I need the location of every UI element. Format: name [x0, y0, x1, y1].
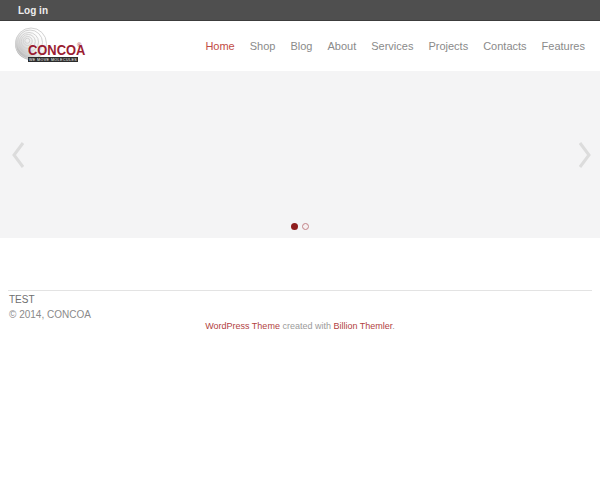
- chevron-right-icon: [578, 141, 591, 169]
- main-nav: Home Shop Blog About Services Projects C…: [205, 21, 585, 71]
- nav-item-home[interactable]: Home: [205, 40, 234, 52]
- slider-prev-button[interactable]: [12, 141, 25, 169]
- site-header: CONCOA ® WE MOVE MOLECULES Home Shop Blo…: [0, 21, 600, 71]
- theme-credit: WordPress Theme created with Billion The…: [0, 321, 600, 331]
- topbar: Log in: [0, 0, 600, 21]
- credit-middle-text: created with: [280, 321, 334, 331]
- slider-dot-2[interactable]: [302, 223, 309, 230]
- logo-tagline-text: WE MOVE MOLECULES: [28, 57, 77, 61]
- copyright-text: © 2014, CONCOA: [9, 309, 600, 320]
- nav-item-projects[interactable]: Projects: [428, 40, 468, 52]
- nav-item-shop[interactable]: Shop: [250, 40, 276, 52]
- slider-next-button[interactable]: [578, 141, 591, 169]
- logo-tagline: WE MOVE MOLECULES: [28, 57, 78, 62]
- site-logo[interactable]: CONCOA ® WE MOVE MOLECULES: [8, 27, 88, 67]
- nav-item-about[interactable]: About: [327, 40, 356, 52]
- nav-item-blog[interactable]: Blog: [290, 40, 312, 52]
- slider-dots: [0, 223, 600, 230]
- login-link[interactable]: Log in: [18, 5, 48, 16]
- wordpress-theme-link[interactable]: WordPress Theme: [205, 321, 280, 331]
- nav-item-services[interactable]: Services: [371, 40, 413, 52]
- billion-themler-link[interactable]: Billion Themler: [333, 321, 392, 331]
- site-footer: TEST © 2014, CONCOA WordPress Theme crea…: [0, 290, 600, 331]
- chevron-left-icon: [12, 141, 25, 169]
- nav-item-contacts[interactable]: Contacts: [483, 40, 526, 52]
- logo-registered-mark: ®: [77, 42, 81, 48]
- slider-dot-1[interactable]: [291, 223, 298, 230]
- footer-divider: [8, 290, 592, 291]
- footer-widget-title: TEST: [9, 294, 600, 305]
- hero-slider: [0, 71, 600, 238]
- nav-item-features[interactable]: Features: [542, 40, 585, 52]
- credit-suffix: .: [392, 321, 395, 331]
